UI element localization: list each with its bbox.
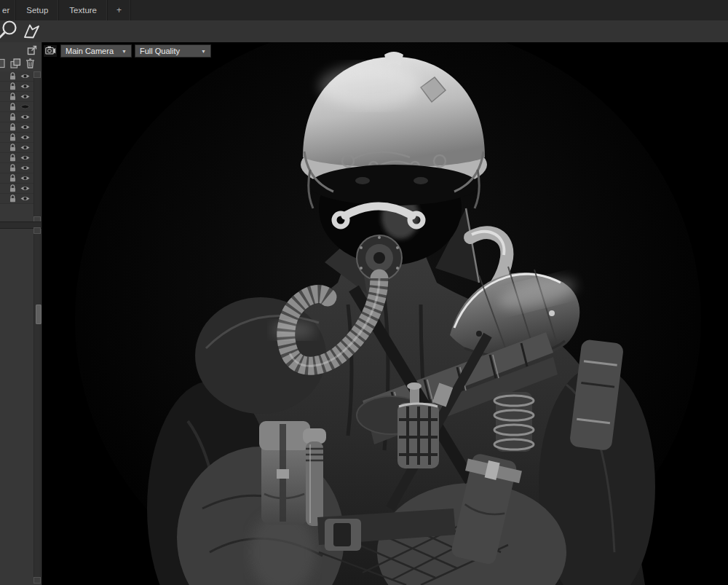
lock-icon[interactable] bbox=[9, 195, 16, 203]
trash-icon bbox=[25, 58, 35, 71]
chevron-down-icon: ▼ bbox=[122, 49, 127, 54]
quality-select-value: Full Quality bbox=[140, 47, 197, 55]
eye-visible-icon[interactable] bbox=[20, 73, 30, 79]
layer-row[interactable] bbox=[0, 82, 33, 92]
layer-row[interactable] bbox=[0, 143, 33, 153]
quality-select[interactable]: Full Quality ▼ bbox=[135, 45, 210, 57]
eye-visible-icon[interactable] bbox=[20, 114, 30, 120]
layer-row[interactable] bbox=[0, 112, 33, 122]
lock-icon[interactable] bbox=[9, 154, 16, 162]
layers-scroll-up-button[interactable] bbox=[33, 71, 41, 78]
camera-icon-button[interactable] bbox=[44, 45, 57, 57]
magnifier-icon bbox=[0, 20, 19, 43]
eye-visible-icon[interactable] bbox=[20, 134, 30, 141]
viewport: Main Camera ▼ Full Quality ▼ bbox=[42, 42, 728, 585]
eye-visible-icon[interactable] bbox=[20, 83, 30, 90]
lock-icon[interactable] bbox=[9, 93, 16, 101]
chevron-down-icon: ▼ bbox=[201, 49, 206, 54]
lock-icon[interactable] bbox=[9, 82, 16, 90]
lasso-select-tool-button[interactable] bbox=[20, 21, 42, 42]
layer-actions-row bbox=[0, 59, 41, 71]
layers-list bbox=[0, 71, 33, 204]
layer-row[interactable] bbox=[0, 194, 33, 204]
render-3d-character[interactable] bbox=[42, 42, 728, 585]
eye-visible-icon[interactable] bbox=[20, 185, 30, 192]
eye-visible-icon[interactable] bbox=[20, 154, 30, 161]
layers-panel bbox=[0, 42, 42, 585]
lock-icon[interactable] bbox=[9, 133, 16, 141]
layer-row[interactable] bbox=[0, 122, 33, 133]
duplicate-layer-button[interactable] bbox=[9, 59, 21, 71]
tab-bar: er Setup Texture + bbox=[0, 0, 728, 21]
lock-icon[interactable] bbox=[9, 103, 16, 111]
toolbar bbox=[0, 20, 728, 43]
eye-visible-icon[interactable] bbox=[20, 175, 30, 181]
layers-scrollbar-track[interactable] bbox=[33, 71, 41, 224]
layer-row[interactable] bbox=[0, 71, 33, 82]
tab-texture[interactable]: Texture bbox=[59, 0, 108, 20]
tab-partial[interactable]: er bbox=[0, 0, 16, 20]
eye-visible-icon[interactable] bbox=[20, 195, 30, 202]
lock-icon[interactable] bbox=[9, 144, 16, 152]
lower-panel-scrollbar-track[interactable] bbox=[33, 227, 41, 584]
new-layer-icon bbox=[0, 58, 6, 71]
layer-row[interactable] bbox=[0, 173, 33, 184]
lock-icon[interactable] bbox=[9, 174, 16, 182]
layer-row[interactable] bbox=[0, 102, 33, 112]
popout-panel-button[interactable] bbox=[27, 45, 37, 55]
new-tab-button[interactable]: + bbox=[108, 0, 131, 20]
lasso-select-icon bbox=[22, 20, 41, 42]
layer-row[interactable] bbox=[0, 92, 33, 102]
zoom-tool-button[interactable] bbox=[0, 21, 19, 42]
viewport-controls: Main Camera ▼ Full Quality ▼ bbox=[44, 45, 210, 57]
panel-resize-grip[interactable] bbox=[36, 305, 41, 324]
tab-setup[interactable]: Setup bbox=[16, 0, 59, 20]
new-layer-button[interactable] bbox=[0, 59, 7, 71]
layer-row[interactable] bbox=[0, 163, 33, 173]
popout-icon bbox=[27, 45, 37, 58]
lock-icon[interactable] bbox=[9, 123, 16, 131]
layer-row[interactable] bbox=[0, 153, 33, 163]
duplicate-layer-icon bbox=[10, 58, 21, 71]
lock-icon[interactable] bbox=[9, 72, 16, 80]
lock-icon[interactable] bbox=[9, 184, 16, 192]
lock-icon[interactable] bbox=[9, 113, 16, 121]
eye-visible-icon[interactable] bbox=[20, 144, 30, 151]
eye-visible-icon[interactable] bbox=[20, 165, 30, 171]
lock-icon[interactable] bbox=[9, 164, 16, 172]
lower-scroll-down-button[interactable] bbox=[33, 577, 41, 584]
eye-hidden-icon[interactable] bbox=[20, 103, 30, 110]
delete-layer-button[interactable] bbox=[24, 59, 36, 71]
layer-row[interactable] bbox=[0, 184, 33, 194]
lower-scroll-up-button[interactable] bbox=[33, 227, 41, 234]
layer-row[interactable] bbox=[0, 133, 33, 143]
camera-select[interactable]: Main Camera ▼ bbox=[61, 45, 131, 57]
camera-select-value: Main Camera bbox=[66, 47, 117, 55]
eye-visible-icon[interactable] bbox=[20, 124, 30, 130]
eye-visible-icon[interactable] bbox=[20, 93, 30, 100]
camera-icon bbox=[45, 44, 56, 58]
